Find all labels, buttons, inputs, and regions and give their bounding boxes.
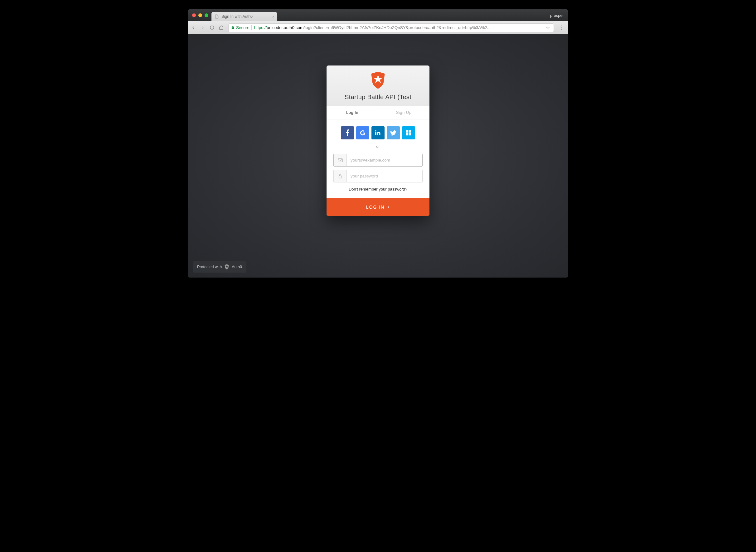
page-viewport: Startup Battle API (Test Log In Sign Up — [188, 34, 568, 278]
secure-indicator: Secure — [231, 25, 252, 30]
address-bar[interactable]: Secure https:// unicoder.auth0.com /logi… — [228, 23, 554, 32]
home-button[interactable] — [219, 25, 224, 30]
auth0-shield-icon — [369, 71, 387, 90]
chevron-right-icon — [387, 205, 390, 209]
back-button[interactable] — [191, 25, 196, 30]
svg-rect-7 — [339, 175, 341, 178]
window-minimize-button[interactable] — [198, 13, 202, 17]
separator-label: or — [333, 144, 423, 149]
windows-login-button[interactable] — [402, 126, 415, 139]
email-field[interactable] — [333, 154, 423, 166]
url-path: /login?client=m6WOyitI2hLmn2Afs7oiZKnJHD… — [303, 25, 491, 30]
badge-prefix: Protected with — [197, 265, 222, 269]
svg-rect-5 — [409, 133, 411, 136]
forgot-password-link[interactable]: Don't remember your password? — [333, 187, 423, 191]
browser-tab[interactable]: Sign In with Auth0 × — [211, 12, 277, 21]
windows-icon — [406, 130, 411, 136]
password-input[interactable] — [347, 170, 422, 182]
linkedin-login-button[interactable] — [371, 126, 385, 139]
tab-login[interactable]: Log In — [326, 106, 378, 119]
linkedin-icon — [375, 130, 381, 136]
lock-header: Startup Battle API (Test — [326, 65, 430, 106]
bookmark-star-icon[interactable]: ☆ — [546, 25, 550, 30]
facebook-login-button[interactable] — [341, 126, 354, 139]
password-field[interactable] — [333, 170, 423, 182]
email-input[interactable] — [347, 154, 422, 166]
google-login-button[interactable] — [356, 126, 369, 139]
page-icon — [214, 14, 219, 19]
secure-label: Secure — [236, 25, 250, 30]
lock-body: or Don't remember your password? — [326, 119, 430, 198]
reload-button[interactable] — [209, 25, 215, 30]
login-submit-button[interactable]: LOG IN — [326, 198, 430, 216]
email-icon — [334, 154, 347, 166]
submit-label: LOG IN — [366, 204, 385, 210]
facebook-icon — [345, 129, 349, 136]
browser-toolbar: Secure https:// unicoder.auth0.com /logi… — [188, 21, 568, 34]
lock-icon — [231, 26, 235, 30]
twitter-icon — [390, 130, 397, 136]
url-scheme: https:// — [254, 25, 267, 30]
auth0-badge-icon — [224, 264, 229, 270]
auth0-protected-badge[interactable]: Protected with Auth0 — [193, 261, 247, 273]
window-maximize-button[interactable] — [204, 13, 208, 17]
twitter-login-button[interactable] — [387, 126, 400, 139]
tab-title: Sign In with Auth0 — [221, 14, 253, 19]
svg-rect-4 — [406, 133, 409, 136]
svg-rect-3 — [409, 130, 411, 133]
url-host: unicoder.auth0.com — [267, 25, 303, 30]
svg-rect-2 — [406, 130, 409, 133]
google-icon — [359, 130, 366, 136]
lock-icon — [334, 170, 347, 182]
browser-profile-name[interactable]: prosper — [550, 9, 564, 21]
browser-tab-strip: Sign In with Auth0 × prosper — [188, 9, 568, 21]
lock-title: Startup Battle API (Test — [333, 93, 423, 101]
lock-tabs: Log In Sign Up — [326, 106, 430, 119]
badge-brand: Auth0 — [232, 265, 242, 269]
window-close-button[interactable] — [192, 13, 196, 17]
browser-menu-button[interactable]: ⋮ — [558, 25, 565, 30]
social-login-row — [333, 126, 423, 139]
tab-signup[interactable]: Sign Up — [378, 106, 430, 119]
svg-rect-0 — [232, 27, 234, 29]
auth0-lock-widget: Startup Battle API (Test Log In Sign Up — [326, 65, 430, 216]
browser-window: Sign In with Auth0 × prosper Secure http… — [188, 9, 568, 278]
svg-rect-6 — [338, 158, 342, 162]
forward-button[interactable] — [200, 25, 206, 30]
window-controls — [190, 9, 211, 21]
tab-close-button[interactable]: × — [272, 14, 275, 19]
